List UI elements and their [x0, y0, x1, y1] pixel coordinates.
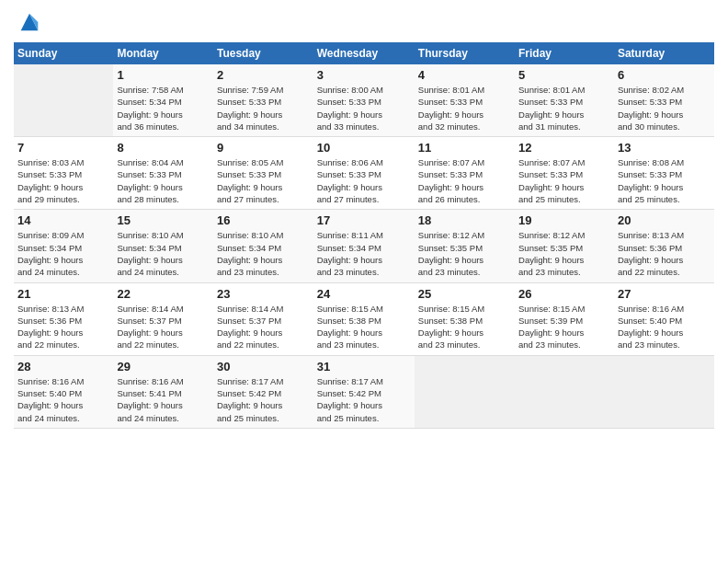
header-row: SundayMondayTuesdayWednesdayThursdayFrid…: [14, 42, 714, 64]
day-info: Sunrise: 8:17 AMSunset: 5:42 PMDaylight:…: [217, 375, 310, 424]
day-info: Sunrise: 8:09 AMSunset: 5:34 PMDaylight:…: [17, 229, 109, 278]
day-number: 2: [217, 68, 310, 82]
calendar-cell: 3Sunrise: 8:00 AMSunset: 5:33 PMDaylight…: [313, 64, 415, 137]
calendar-cell: 21Sunrise: 8:13 AMSunset: 5:36 PMDayligh…: [14, 282, 113, 355]
day-info: Sunrise: 8:14 AMSunset: 5:37 PMDaylight:…: [117, 303, 210, 351]
week-row-2: 14Sunrise: 8:09 AMSunset: 5:34 PMDayligh…: [14, 210, 714, 282]
header: [14, 9, 714, 35]
day-number: 24: [317, 287, 411, 301]
col-header-wednesday: Wednesday: [313, 42, 415, 64]
day-number: 10: [317, 141, 411, 155]
calendar-cell: [614, 355, 714, 428]
day-info: Sunrise: 8:16 AMSunset: 5:40 PMDaylight:…: [17, 375, 109, 424]
day-info: Sunrise: 8:13 AMSunset: 5:36 PMDaylight:…: [17, 303, 109, 351]
day-info: Sunrise: 8:16 AMSunset: 5:41 PMDaylight:…: [117, 375, 210, 424]
calendar-cell: 9Sunrise: 8:05 AMSunset: 5:33 PMDaylight…: [213, 137, 313, 210]
day-info: Sunrise: 7:58 AMSunset: 5:34 PMDaylight:…: [117, 84, 210, 132]
day-info: Sunrise: 8:13 AMSunset: 5:36 PMDaylight:…: [618, 229, 711, 278]
day-info: Sunrise: 8:03 AMSunset: 5:33 PMDaylight:…: [17, 156, 109, 205]
calendar-cell: 20Sunrise: 8:13 AMSunset: 5:36 PMDayligh…: [614, 210, 714, 282]
day-number: 26: [518, 287, 610, 301]
day-number: 15: [117, 213, 210, 227]
day-info: Sunrise: 8:14 AMSunset: 5:37 PMDaylight:…: [217, 303, 310, 351]
day-info: Sunrise: 8:17 AMSunset: 5:42 PMDaylight:…: [317, 375, 411, 424]
day-info: Sunrise: 8:07 AMSunset: 5:33 PMDaylight:…: [418, 156, 511, 205]
day-number: 25: [418, 287, 511, 301]
day-number: 9: [217, 141, 310, 155]
day-number: 13: [618, 141, 711, 155]
day-number: 30: [217, 360, 310, 373]
calendar-cell: 18Sunrise: 8:12 AMSunset: 5:35 PMDayligh…: [415, 210, 515, 282]
day-number: 28: [17, 360, 109, 373]
calendar-cell: 7Sunrise: 8:03 AMSunset: 5:33 PMDaylight…: [14, 137, 113, 210]
day-info: Sunrise: 8:15 AMSunset: 5:39 PMDaylight:…: [518, 303, 610, 351]
calendar-cell: 31Sunrise: 8:17 AMSunset: 5:42 PMDayligh…: [313, 355, 415, 428]
day-info: Sunrise: 8:01 AMSunset: 5:33 PMDaylight:…: [418, 84, 511, 132]
day-number: 12: [518, 141, 610, 155]
day-number: 19: [518, 213, 610, 227]
calendar-cell: 13Sunrise: 8:08 AMSunset: 5:33 PMDayligh…: [614, 137, 714, 210]
calendar-cell: 12Sunrise: 8:07 AMSunset: 5:33 PMDayligh…: [515, 137, 614, 210]
day-number: 3: [317, 68, 411, 82]
day-number: 21: [17, 287, 109, 301]
calendar-cell: 2Sunrise: 7:59 AMSunset: 5:33 PMDaylight…: [213, 64, 313, 137]
day-info: Sunrise: 8:16 AMSunset: 5:40 PMDaylight:…: [618, 303, 711, 351]
calendar-cell: [14, 64, 113, 137]
day-number: 29: [117, 360, 210, 373]
calendar-cell: 22Sunrise: 8:14 AMSunset: 5:37 PMDayligh…: [113, 282, 213, 355]
calendar-cell: 15Sunrise: 8:10 AMSunset: 5:34 PMDayligh…: [113, 210, 213, 282]
calendar-cell: [415, 355, 515, 428]
day-number: 22: [117, 287, 210, 301]
day-number: 23: [217, 287, 310, 301]
calendar-table: SundayMondayTuesdayWednesdayThursdayFrid…: [14, 42, 714, 429]
day-info: Sunrise: 8:02 AMSunset: 5:33 PMDaylight:…: [618, 84, 711, 132]
col-header-tuesday: Tuesday: [213, 42, 313, 64]
day-info: Sunrise: 8:11 AMSunset: 5:34 PMDaylight:…: [317, 229, 411, 278]
week-row-3: 21Sunrise: 8:13 AMSunset: 5:36 PMDayligh…: [14, 282, 714, 355]
day-info: Sunrise: 8:10 AMSunset: 5:34 PMDaylight:…: [117, 229, 210, 278]
calendar-cell: 23Sunrise: 8:14 AMSunset: 5:37 PMDayligh…: [213, 282, 313, 355]
day-number: 7: [17, 141, 109, 155]
calendar-cell: 25Sunrise: 8:15 AMSunset: 5:38 PMDayligh…: [415, 282, 515, 355]
logo-icon: [17, 9, 42, 35]
calendar-cell: 19Sunrise: 8:12 AMSunset: 5:35 PMDayligh…: [515, 210, 614, 282]
day-number: 31: [317, 360, 411, 373]
main-container: SundayMondayTuesdayWednesdayThursdayFrid…: [0, 0, 728, 438]
day-number: 8: [117, 141, 210, 155]
day-number: 5: [518, 68, 610, 82]
day-info: Sunrise: 8:06 AMSunset: 5:33 PMDaylight:…: [317, 156, 411, 205]
day-info: Sunrise: 8:08 AMSunset: 5:33 PMDaylight:…: [618, 156, 711, 205]
calendar-cell: 30Sunrise: 8:17 AMSunset: 5:42 PMDayligh…: [213, 355, 313, 428]
day-info: Sunrise: 7:59 AMSunset: 5:33 PMDaylight:…: [217, 84, 310, 132]
day-number: 14: [17, 213, 109, 227]
col-header-thursday: Thursday: [415, 42, 515, 64]
day-number: 27: [618, 287, 711, 301]
calendar-cell: 11Sunrise: 8:07 AMSunset: 5:33 PMDayligh…: [415, 137, 515, 210]
calendar-cell: 16Sunrise: 8:10 AMSunset: 5:34 PMDayligh…: [213, 210, 313, 282]
calendar-cell: 14Sunrise: 8:09 AMSunset: 5:34 PMDayligh…: [14, 210, 113, 282]
day-number: 18: [418, 213, 511, 227]
day-info: Sunrise: 8:10 AMSunset: 5:34 PMDaylight:…: [217, 229, 310, 278]
week-row-0: 1Sunrise: 7:58 AMSunset: 5:34 PMDaylight…: [14, 64, 714, 137]
col-header-sunday: Sunday: [14, 42, 113, 64]
calendar-cell: 29Sunrise: 8:16 AMSunset: 5:41 PMDayligh…: [113, 355, 213, 428]
calendar-cell: 24Sunrise: 8:15 AMSunset: 5:38 PMDayligh…: [313, 282, 415, 355]
day-number: 17: [317, 213, 411, 227]
day-info: Sunrise: 8:07 AMSunset: 5:33 PMDaylight:…: [518, 156, 610, 205]
day-number: 6: [618, 68, 711, 82]
day-number: 16: [217, 213, 310, 227]
day-number: 1: [117, 68, 210, 82]
day-info: Sunrise: 8:05 AMSunset: 5:33 PMDaylight:…: [217, 156, 310, 205]
col-header-friday: Friday: [515, 42, 614, 64]
calendar-cell: 26Sunrise: 8:15 AMSunset: 5:39 PMDayligh…: [515, 282, 614, 355]
calendar-cell: 17Sunrise: 8:11 AMSunset: 5:34 PMDayligh…: [313, 210, 415, 282]
day-info: Sunrise: 8:12 AMSunset: 5:35 PMDaylight:…: [418, 229, 511, 278]
logo: [14, 9, 42, 35]
calendar-cell: 4Sunrise: 8:01 AMSunset: 5:33 PMDaylight…: [415, 64, 515, 137]
day-info: Sunrise: 8:15 AMSunset: 5:38 PMDaylight:…: [317, 303, 411, 351]
calendar-cell: 5Sunrise: 8:01 AMSunset: 5:33 PMDaylight…: [515, 64, 614, 137]
col-header-saturday: Saturday: [614, 42, 714, 64]
week-row-4: 28Sunrise: 8:16 AMSunset: 5:40 PMDayligh…: [14, 355, 714, 428]
col-header-monday: Monday: [113, 42, 213, 64]
calendar-cell: 1Sunrise: 7:58 AMSunset: 5:34 PMDaylight…: [113, 64, 213, 137]
